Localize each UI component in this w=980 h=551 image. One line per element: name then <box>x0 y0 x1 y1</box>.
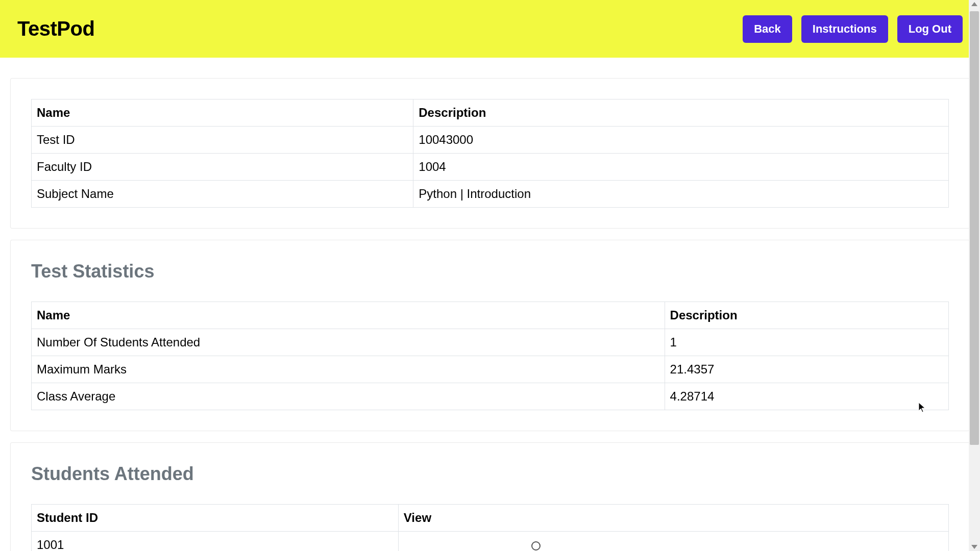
students-header-view: View <box>398 505 948 532</box>
info-row-value: Python | Introduction <box>413 181 949 208</box>
statistics-title: Test Statistics <box>31 261 949 282</box>
students-attended-card: Students Attended Student ID View 1001 <box>10 442 970 551</box>
stats-row-value: 21.4357 <box>665 356 948 383</box>
app-header: TestPod Back Instructions Log Out <box>0 0 980 58</box>
stats-header-description: Description <box>665 302 948 329</box>
info-row-name: Faculty ID <box>32 154 413 181</box>
table-row: Number Of Students Attended 1 <box>32 329 949 356</box>
test-statistics-card: Test Statistics Name Description Number … <box>10 240 970 431</box>
view-student-icon[interactable] <box>531 541 541 550</box>
stats-header-name: Name <box>32 302 665 329</box>
main-content: Name Description Test ID 10043000 Facult… <box>0 58 980 551</box>
student-view-cell <box>398 532 948 552</box>
instructions-button[interactable]: Instructions <box>801 15 888 43</box>
info-row-name: Test ID <box>32 127 413 154</box>
table-row: 1001 <box>32 532 949 552</box>
stats-row-name: Maximum Marks <box>32 356 665 383</box>
vertical-scrollbar[interactable] <box>969 0 980 551</box>
table-row: Class Average 4.28714 <box>32 383 949 410</box>
students-header-id: Student ID <box>32 505 399 532</box>
info-row-value: 1004 <box>413 154 949 181</box>
nav-button-group: Back Instructions Log Out <box>743 15 963 43</box>
table-row: Test ID 10043000 <box>32 127 949 154</box>
table-row: Faculty ID 1004 <box>32 154 949 181</box>
scroll-up-icon[interactable] <box>971 2 977 6</box>
info-header-name: Name <box>32 99 413 127</box>
table-row: Subject Name Python | Introduction <box>32 181 949 208</box>
statistics-table: Name Description Number Of Students Atte… <box>31 302 949 410</box>
scroll-down-icon[interactable] <box>971 545 977 549</box>
student-id-cell: 1001 <box>32 532 399 552</box>
stats-row-name: Number Of Students Attended <box>32 329 665 356</box>
students-table: Student ID View 1001 <box>31 504 949 551</box>
table-row: Maximum Marks 21.4357 <box>32 356 949 383</box>
logout-button[interactable]: Log Out <box>897 15 963 43</box>
test-info-card: Name Description Test ID 10043000 Facult… <box>10 78 970 229</box>
students-title: Students Attended <box>31 463 949 485</box>
info-row-value: 10043000 <box>413 127 949 154</box>
brand-logo: TestPod <box>17 17 94 40</box>
stats-row-value: 1 <box>665 329 948 356</box>
info-row-name: Subject Name <box>32 181 413 208</box>
stats-row-value: 4.28714 <box>665 383 948 410</box>
info-header-description: Description <box>413 99 949 127</box>
test-info-table: Name Description Test ID 10043000 Facult… <box>31 99 949 208</box>
scroll-thumb[interactable] <box>970 11 979 445</box>
stats-row-name: Class Average <box>32 383 665 410</box>
back-button[interactable]: Back <box>743 15 792 43</box>
